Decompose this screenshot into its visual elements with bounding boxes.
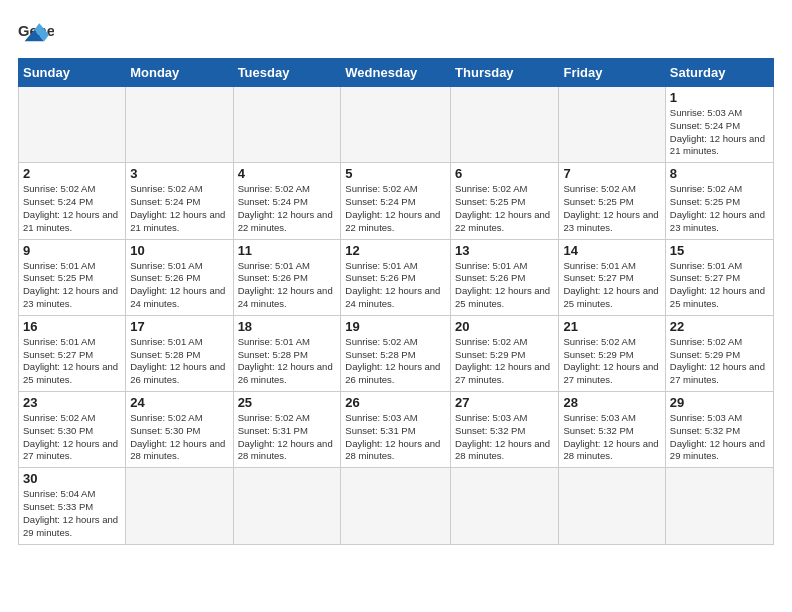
day-info: Sunrise: 5:01 AMSunset: 5:27 PMDaylight:… (670, 260, 769, 311)
calendar-cell: 15Sunrise: 5:01 AMSunset: 5:27 PMDayligh… (665, 239, 773, 315)
logo: General (18, 18, 60, 48)
calendar-cell: 1Sunrise: 5:03 AMSunset: 5:24 PMDaylight… (665, 87, 773, 163)
calendar-cell: 8Sunrise: 5:02 AMSunset: 5:25 PMDaylight… (665, 163, 773, 239)
day-number: 29 (670, 395, 769, 410)
calendar-cell: 24Sunrise: 5:02 AMSunset: 5:30 PMDayligh… (126, 392, 233, 468)
page: General SundayMondayTuesdayWednesdayThur… (0, 0, 792, 555)
calendar-cell: 9Sunrise: 5:01 AMSunset: 5:25 PMDaylight… (19, 239, 126, 315)
day-info: Sunrise: 5:03 AMSunset: 5:32 PMDaylight:… (455, 412, 554, 463)
day-info: Sunrise: 5:01 AMSunset: 5:26 PMDaylight:… (455, 260, 554, 311)
calendar-week-5: 30Sunrise: 5:04 AMSunset: 5:33 PMDayligh… (19, 468, 774, 544)
calendar-cell (19, 87, 126, 163)
day-number: 4 (238, 166, 337, 181)
day-number: 10 (130, 243, 228, 258)
day-info: Sunrise: 5:01 AMSunset: 5:27 PMDaylight:… (23, 336, 121, 387)
day-info: Sunrise: 5:01 AMSunset: 5:28 PMDaylight:… (238, 336, 337, 387)
calendar-cell (559, 468, 665, 544)
logo-icon: General (18, 18, 54, 48)
calendar-cell (451, 87, 559, 163)
day-info: Sunrise: 5:02 AMSunset: 5:25 PMDaylight:… (563, 183, 660, 234)
calendar-cell: 2Sunrise: 5:02 AMSunset: 5:24 PMDaylight… (19, 163, 126, 239)
calendar-cell: 7Sunrise: 5:02 AMSunset: 5:25 PMDaylight… (559, 163, 665, 239)
calendar-cell: 16Sunrise: 5:01 AMSunset: 5:27 PMDayligh… (19, 315, 126, 391)
calendar-cell (341, 87, 451, 163)
calendar-cell: 30Sunrise: 5:04 AMSunset: 5:33 PMDayligh… (19, 468, 126, 544)
day-number: 30 (23, 471, 121, 486)
day-number: 17 (130, 319, 228, 334)
day-number: 12 (345, 243, 446, 258)
day-number: 13 (455, 243, 554, 258)
calendar-cell: 27Sunrise: 5:03 AMSunset: 5:32 PMDayligh… (451, 392, 559, 468)
calendar-cell: 11Sunrise: 5:01 AMSunset: 5:26 PMDayligh… (233, 239, 341, 315)
day-number: 23 (23, 395, 121, 410)
calendar: SundayMondayTuesdayWednesdayThursdayFrid… (18, 58, 774, 545)
day-number: 2 (23, 166, 121, 181)
day-number: 1 (670, 90, 769, 105)
calendar-cell: 3Sunrise: 5:02 AMSunset: 5:24 PMDaylight… (126, 163, 233, 239)
day-info: Sunrise: 5:01 AMSunset: 5:28 PMDaylight:… (130, 336, 228, 387)
day-number: 7 (563, 166, 660, 181)
day-info: Sunrise: 5:02 AMSunset: 5:30 PMDaylight:… (130, 412, 228, 463)
calendar-cell: 12Sunrise: 5:01 AMSunset: 5:26 PMDayligh… (341, 239, 451, 315)
calendar-cell: 22Sunrise: 5:02 AMSunset: 5:29 PMDayligh… (665, 315, 773, 391)
day-number: 18 (238, 319, 337, 334)
day-number: 6 (455, 166, 554, 181)
day-info: Sunrise: 5:01 AMSunset: 5:26 PMDaylight:… (345, 260, 446, 311)
calendar-cell (451, 468, 559, 544)
calendar-header-tuesday: Tuesday (233, 59, 341, 87)
calendar-header-wednesday: Wednesday (341, 59, 451, 87)
calendar-cell: 26Sunrise: 5:03 AMSunset: 5:31 PMDayligh… (341, 392, 451, 468)
calendar-header-row: SundayMondayTuesdayWednesdayThursdayFrid… (19, 59, 774, 87)
day-info: Sunrise: 5:01 AMSunset: 5:27 PMDaylight:… (563, 260, 660, 311)
calendar-week-3: 16Sunrise: 5:01 AMSunset: 5:27 PMDayligh… (19, 315, 774, 391)
calendar-header-saturday: Saturday (665, 59, 773, 87)
calendar-cell (665, 468, 773, 544)
day-info: Sunrise: 5:02 AMSunset: 5:24 PMDaylight:… (238, 183, 337, 234)
calendar-cell: 21Sunrise: 5:02 AMSunset: 5:29 PMDayligh… (559, 315, 665, 391)
day-number: 25 (238, 395, 337, 410)
day-info: Sunrise: 5:03 AMSunset: 5:32 PMDaylight:… (563, 412, 660, 463)
calendar-cell (126, 87, 233, 163)
calendar-cell (341, 468, 451, 544)
calendar-cell (233, 87, 341, 163)
day-info: Sunrise: 5:03 AMSunset: 5:31 PMDaylight:… (345, 412, 446, 463)
calendar-cell: 17Sunrise: 5:01 AMSunset: 5:28 PMDayligh… (126, 315, 233, 391)
day-info: Sunrise: 5:02 AMSunset: 5:24 PMDaylight:… (23, 183, 121, 234)
calendar-cell: 6Sunrise: 5:02 AMSunset: 5:25 PMDaylight… (451, 163, 559, 239)
calendar-header-monday: Monday (126, 59, 233, 87)
header: General (18, 18, 774, 48)
day-info: Sunrise: 5:02 AMSunset: 5:29 PMDaylight:… (455, 336, 554, 387)
day-info: Sunrise: 5:02 AMSunset: 5:24 PMDaylight:… (130, 183, 228, 234)
day-number: 20 (455, 319, 554, 334)
day-info: Sunrise: 5:02 AMSunset: 5:28 PMDaylight:… (345, 336, 446, 387)
day-number: 24 (130, 395, 228, 410)
day-info: Sunrise: 5:01 AMSunset: 5:26 PMDaylight:… (130, 260, 228, 311)
calendar-cell: 25Sunrise: 5:02 AMSunset: 5:31 PMDayligh… (233, 392, 341, 468)
day-info: Sunrise: 5:02 AMSunset: 5:29 PMDaylight:… (563, 336, 660, 387)
day-info: Sunrise: 5:02 AMSunset: 5:30 PMDaylight:… (23, 412, 121, 463)
day-number: 9 (23, 243, 121, 258)
day-info: Sunrise: 5:02 AMSunset: 5:25 PMDaylight:… (670, 183, 769, 234)
calendar-week-1: 2Sunrise: 5:02 AMSunset: 5:24 PMDaylight… (19, 163, 774, 239)
day-number: 21 (563, 319, 660, 334)
calendar-cell (559, 87, 665, 163)
day-number: 3 (130, 166, 228, 181)
day-info: Sunrise: 5:03 AMSunset: 5:24 PMDaylight:… (670, 107, 769, 158)
calendar-cell: 5Sunrise: 5:02 AMSunset: 5:24 PMDaylight… (341, 163, 451, 239)
day-info: Sunrise: 5:02 AMSunset: 5:24 PMDaylight:… (345, 183, 446, 234)
day-number: 28 (563, 395, 660, 410)
calendar-cell: 13Sunrise: 5:01 AMSunset: 5:26 PMDayligh… (451, 239, 559, 315)
day-number: 15 (670, 243, 769, 258)
day-number: 22 (670, 319, 769, 334)
calendar-week-0: 1Sunrise: 5:03 AMSunset: 5:24 PMDaylight… (19, 87, 774, 163)
calendar-cell: 19Sunrise: 5:02 AMSunset: 5:28 PMDayligh… (341, 315, 451, 391)
calendar-cell: 29Sunrise: 5:03 AMSunset: 5:32 PMDayligh… (665, 392, 773, 468)
day-number: 5 (345, 166, 446, 181)
day-info: Sunrise: 5:04 AMSunset: 5:33 PMDaylight:… (23, 488, 121, 539)
calendar-cell: 14Sunrise: 5:01 AMSunset: 5:27 PMDayligh… (559, 239, 665, 315)
calendar-cell (233, 468, 341, 544)
calendar-week-4: 23Sunrise: 5:02 AMSunset: 5:30 PMDayligh… (19, 392, 774, 468)
day-number: 26 (345, 395, 446, 410)
day-number: 11 (238, 243, 337, 258)
calendar-cell: 23Sunrise: 5:02 AMSunset: 5:30 PMDayligh… (19, 392, 126, 468)
